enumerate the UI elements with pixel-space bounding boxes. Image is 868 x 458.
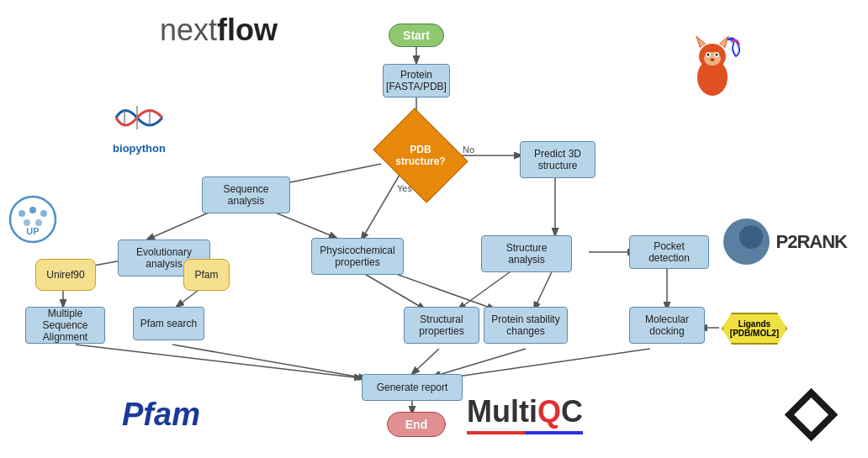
no-label: No xyxy=(463,145,474,155)
pfam-bottom-logo: Pfam xyxy=(122,397,200,433)
black-diamond-logo xyxy=(784,387,839,445)
pdb-diamond: PDBstructure? xyxy=(383,122,458,189)
svg-line-22 xyxy=(412,349,439,374)
biopython-logo: biopython xyxy=(108,99,171,155)
pocket-detection-node: Pocket detection xyxy=(629,235,709,269)
biopython-dna-icon xyxy=(108,99,171,137)
physicochemical-node: Physicochemicalproperties xyxy=(311,238,404,275)
pfam-db: Pfam xyxy=(183,259,230,291)
svg-text:UP: UP xyxy=(26,226,39,236)
structure-analysis-node: Structureanalysis xyxy=(481,235,572,272)
fox-mascot xyxy=(679,27,746,103)
protein-node: Protein[FASTA/PDB] xyxy=(383,64,450,97)
svg-line-14 xyxy=(172,345,366,378)
protein-stability-node: Protein stabilitychanges xyxy=(484,307,568,344)
svg-line-24 xyxy=(446,349,650,378)
generate-report-node: Generate report xyxy=(362,374,463,401)
end-node: End xyxy=(387,412,446,437)
start-node: Start xyxy=(389,24,444,47)
msa-node: Multiple SequenceAlignment xyxy=(25,307,105,344)
biopython-text: biopython xyxy=(108,142,171,155)
predict-3d-node: Predict 3Dstructure xyxy=(520,141,595,178)
svg-line-4 xyxy=(278,164,381,185)
svg-point-47 xyxy=(707,54,710,56)
sequence-analysis-node: Sequenceanalysis xyxy=(202,176,290,213)
structural-properties-node: Structuralproperties xyxy=(404,307,479,344)
svg-point-48 xyxy=(716,54,718,56)
diagram-container: nextflow Start Protein[FASTA/PDB] PDBstr… xyxy=(0,0,868,458)
svg-line-23 xyxy=(433,349,526,376)
multiqc-logo: MultiQC xyxy=(467,394,583,434)
svg-point-49 xyxy=(711,59,715,61)
pfam-search-node: Pfam search xyxy=(133,307,204,340)
svg-point-34 xyxy=(35,219,42,226)
svg-line-13 xyxy=(76,345,362,378)
molecular-docking-node: Moleculardocking xyxy=(629,307,705,344)
yes-label: Yes xyxy=(397,183,412,193)
svg-point-31 xyxy=(29,207,36,213)
p2rank-logo: P2RANK xyxy=(723,218,847,265)
svg-point-30 xyxy=(19,210,25,217)
svg-point-32 xyxy=(40,210,47,217)
uniprot-logo: UP xyxy=(8,195,57,247)
ligands-node: Ligands[PDB/MOL2] xyxy=(722,313,787,345)
nextflow-logo: nextflow xyxy=(160,13,278,48)
svg-point-33 xyxy=(24,219,30,226)
uniref90-db: Uniref90 xyxy=(35,259,96,291)
